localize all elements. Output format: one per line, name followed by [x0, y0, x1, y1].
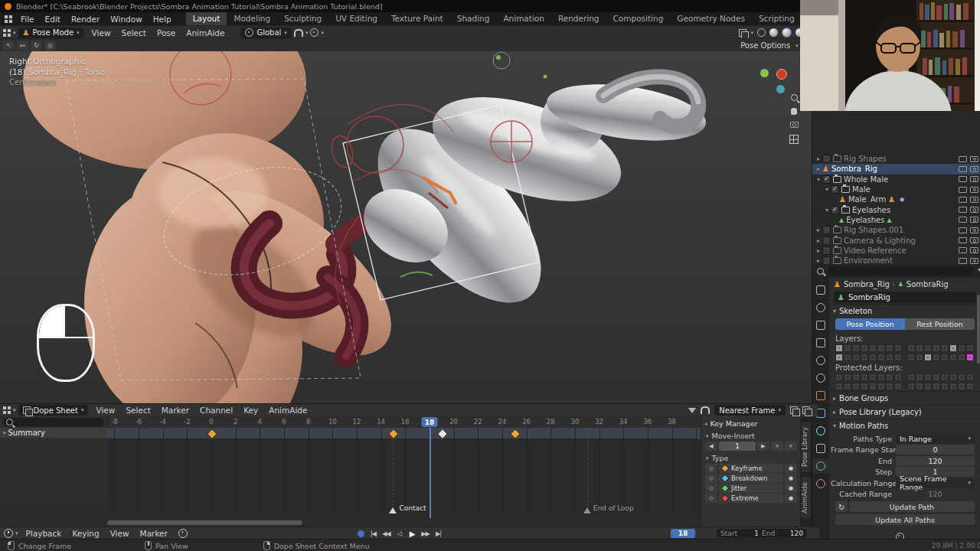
layer-toggle[interactable]: [924, 344, 932, 352]
screen-toggle-icon[interactable]: [959, 197, 967, 203]
marker-triangle[interactable]: [389, 507, 397, 514]
protected-layer-toggle[interactable]: [949, 383, 957, 390]
screen-toggle-icon[interactable]: [959, 207, 967, 213]
collection-checkbox[interactable]: [831, 185, 839, 194]
rest-position-button[interactable]: Rest Position: [905, 318, 975, 330]
frame-range-start-field[interactable]: 0: [896, 445, 975, 455]
expander-icon[interactable]: ▸: [815, 257, 822, 264]
select-breakdown-button[interactable]: ◇: [705, 474, 717, 483]
frame-start-field[interactable]: Start1: [717, 529, 763, 538]
keyframe-area[interactable]: ContactEnd of Loop: [107, 428, 701, 518]
menu-select[interactable]: Select: [120, 404, 155, 416]
camera-toggle-icon[interactable]: [970, 217, 978, 223]
pose-options-dropdown[interactable]: Pose Options: [740, 41, 790, 50]
protected-layer-toggle[interactable]: [933, 383, 940, 390]
mode-dropdown[interactable]: ♟ Pose Mode ▾: [18, 28, 84, 38]
protected-layer-toggle[interactable]: [907, 383, 915, 390]
layer-toggle[interactable]: [877, 344, 885, 352]
editor-type-icon[interactable]: [3, 29, 11, 37]
expander-icon[interactable]: ▸: [815, 247, 822, 254]
expander-icon[interactable]: ▾: [823, 186, 831, 193]
proportional-edit-icon[interactable]: [310, 28, 318, 37]
protected-layer-toggle[interactable]: [966, 373, 974, 381]
layer-toggle[interactable]: [894, 354, 902, 361]
app-menu-icon[interactable]: [5, 15, 12, 23]
outliner-row-rig-shapes[interactable]: ▸Rig Shapes: [812, 154, 980, 164]
expander-icon[interactable]: ▸: [815, 237, 822, 244]
layer-toggle[interactable]: [852, 344, 860, 352]
collection-checkbox[interactable]: [822, 155, 831, 163]
layer-toggle[interactable]: [966, 344, 974, 352]
paths-type-dropdown[interactable]: In Range▾: [896, 434, 975, 444]
axis-gizmo-z-icon[interactable]: [776, 85, 785, 93]
expander-icon[interactable]: ▾: [3, 430, 6, 436]
shading-solid-button[interactable]: [769, 28, 778, 37]
collection-checkbox[interactable]: [822, 236, 831, 245]
select-extreme-button[interactable]: ◇: [705, 494, 717, 503]
current-frame-field[interactable]: 18: [671, 529, 695, 538]
transform-toggle-icon-2[interactable]: ↻: [31, 41, 42, 51]
menu-pose[interactable]: Pose: [152, 27, 181, 39]
layer-toggle[interactable]: [941, 344, 949, 352]
protected-layer-toggle[interactable]: [941, 383, 949, 390]
timeline-ruler[interactable]: -8-6-4-202468101214161820222426283032343…: [107, 416, 701, 429]
workspace-tab-texture-paint[interactable]: Texture Paint: [384, 12, 450, 25]
pick-extreme-button[interactable]: ●: [785, 494, 797, 503]
section-motion-paths[interactable]: ▾ Motion Paths: [829, 419, 980, 432]
screen-toggle-icon[interactable]: [959, 258, 967, 264]
protected-layer-toggle[interactable]: [835, 383, 843, 390]
move-amount-field[interactable]: 1: [719, 442, 756, 451]
protected-layer-toggle[interactable]: [877, 383, 885, 390]
workspace-tab-layout[interactable]: Layout: [186, 12, 227, 25]
datablock-name-field[interactable]: ♟ SombraRig: [834, 292, 976, 303]
protected-layer-toggle[interactable]: [886, 373, 893, 381]
section-bone-groups[interactable]: ▸Bone Groups: [829, 391, 980, 405]
expander-icon[interactable]: ▾: [815, 176, 822, 183]
properties-scrollbar[interactable]: [977, 295, 980, 364]
layer-toggle[interactable]: [844, 354, 851, 361]
outliner-row-eyelashes[interactable]: ▾Eyelashes: [812, 204, 980, 214]
menu-view[interactable]: View: [87, 27, 116, 39]
collection-checkbox[interactable]: [822, 175, 831, 184]
zoom-icon[interactable]: [791, 94, 798, 101]
protected-layer-toggle[interactable]: [835, 373, 843, 381]
menu-channel[interactable]: Channel: [194, 404, 238, 416]
screen-toggle-icon[interactable]: [959, 176, 967, 182]
assign-extreme-button[interactable]: Extreme: [719, 494, 783, 503]
dope-sheet-mode-dropdown[interactable]: Dope Sheet ▾: [18, 405, 89, 416]
screen-toggle-icon[interactable]: [959, 227, 967, 233]
snap-mode-dropdown[interactable]: Nearest Frame ▾: [714, 405, 786, 416]
transform-orientation-dropdown[interactable]: Global ▾: [240, 28, 291, 38]
axis-gizmo-x-icon[interactable]: [776, 69, 787, 80]
assign-keyframe-button[interactable]: Keyframe: [719, 464, 783, 473]
expander-icon[interactable]: ▾: [823, 207, 831, 214]
channel-search-input[interactable]: [3, 418, 104, 426]
properties-tab-render[interactable]: [812, 300, 829, 315]
pick-breakdown-button[interactable]: ●: [785, 474, 797, 483]
camera-view-icon[interactable]: [790, 122, 799, 128]
protected-layer-toggle[interactable]: [924, 383, 932, 390]
camera-toggle-icon[interactable]: [970, 237, 978, 243]
menu-marker[interactable]: Marker: [156, 404, 194, 416]
screen-toggle-icon[interactable]: [959, 237, 967, 243]
menu-keying[interactable]: Keying: [67, 527, 104, 540]
protected-layer-toggle[interactable]: [924, 373, 932, 381]
copy-keyframes-icon[interactable]: [790, 406, 798, 414]
workspace-tab-compositing[interactable]: Compositing: [606, 12, 671, 25]
transform-toggle-icon-3[interactable]: ◎: [44, 41, 56, 51]
properties-tab-output[interactable]: [812, 318, 829, 333]
outliner-row-rig-shapes-001[interactable]: ▸Rig Shapes.001: [812, 225, 980, 235]
layer-toggle[interactable]: [958, 354, 965, 361]
snap-magnet-icon[interactable]: [701, 406, 710, 414]
play-reverse-button[interactable]: ◁: [394, 530, 404, 537]
previous-keyframe-button[interactable]: ◀◀: [381, 530, 391, 537]
camera-toggle-icon[interactable]: [970, 247, 978, 253]
camera-toggle-icon[interactable]: [970, 197, 978, 203]
timeline-scrollbar-thumb[interactable]: [107, 520, 302, 525]
paste-keyframes-icon[interactable]: [802, 406, 810, 414]
jump-to-start-button[interactable]: |◀: [368, 530, 378, 537]
layer-toggle[interactable]: [835, 344, 843, 352]
preview-range-icon[interactable]: [178, 529, 188, 538]
move-keys-right-button[interactable]: ▶: [757, 442, 769, 451]
screen-toggle-icon[interactable]: [959, 217, 967, 223]
